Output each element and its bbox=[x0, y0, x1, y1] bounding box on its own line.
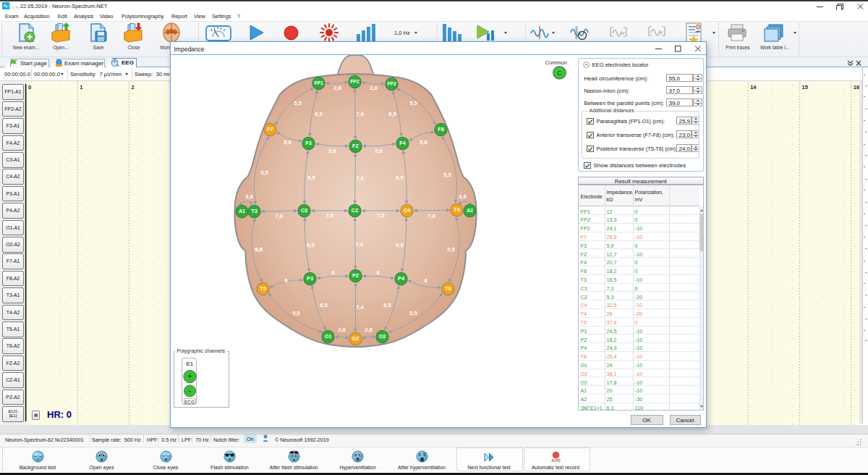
svg-text:T4: T4 bbox=[454, 206, 459, 213]
svg-text:5,8: 5,8 bbox=[284, 139, 291, 146]
svg-text:2: 2 bbox=[132, 84, 135, 91]
svg-text:T3: T3 bbox=[251, 208, 257, 214]
svg-text:F7: F7 bbox=[267, 126, 273, 133]
svg-text:5,8: 5,8 bbox=[420, 139, 427, 146]
svg-text:C4: C4 bbox=[403, 207, 409, 214]
svg-text:F8: F8 bbox=[438, 126, 443, 133]
svg-text:FZ: FZ bbox=[352, 143, 359, 149]
svg-text:7,8: 7,8 bbox=[275, 213, 282, 219]
svg-text:CZ: CZ bbox=[351, 207, 358, 214]
svg-text:O1: O1 bbox=[324, 333, 331, 340]
svg-text:6,5: 6,5 bbox=[383, 302, 391, 308]
svg-text:5,8: 5,8 bbox=[375, 148, 382, 154]
svg-text:6: 6 bbox=[284, 277, 287, 284]
svg-text:6,5: 6,5 bbox=[307, 242, 314, 248]
svg-text:15: 15 bbox=[802, 84, 808, 91]
svg-text:5,5: 5,5 bbox=[447, 246, 454, 253]
svg-text:2,8: 2,8 bbox=[333, 85, 341, 91]
svg-text:O2: O2 bbox=[378, 333, 386, 340]
svg-text:2,8: 2,8 bbox=[370, 85, 377, 91]
svg-text:3,9: 3,9 bbox=[245, 193, 252, 200]
svg-text:C3: C3 bbox=[300, 207, 307, 214]
svg-text:5,5: 5,5 bbox=[409, 310, 417, 316]
svg-text:5,5: 5,5 bbox=[443, 172, 451, 178]
svg-text:T6: T6 bbox=[445, 285, 451, 292]
svg-text:6,5: 6,5 bbox=[396, 175, 403, 181]
svg-text:7,4: 7,4 bbox=[356, 304, 364, 311]
svg-text:1: 1 bbox=[80, 84, 82, 91]
svg-text:7,4: 7,4 bbox=[355, 241, 363, 248]
svg-text:5,5: 5,5 bbox=[255, 246, 262, 253]
svg-text:7,8: 7,8 bbox=[326, 212, 333, 219]
svg-text:7,4: 7,4 bbox=[356, 175, 364, 182]
svg-text:2,8: 2,8 bbox=[338, 327, 345, 333]
svg-text:6,5: 6,5 bbox=[320, 302, 327, 308]
svg-text:7,8: 7,8 bbox=[427, 213, 435, 219]
svg-text:-: - bbox=[189, 387, 191, 395]
svg-text:2,8: 2,8 bbox=[365, 327, 372, 333]
svg-text:6,5: 6,5 bbox=[388, 111, 396, 117]
svg-text:5,8: 5,8 bbox=[328, 148, 336, 154]
svg-text:T5: T5 bbox=[260, 285, 265, 292]
svg-text:7,4: 7,4 bbox=[356, 111, 364, 117]
svg-text:F4: F4 bbox=[399, 140, 405, 146]
svg-text:6: 6 bbox=[424, 277, 427, 284]
svg-text:14: 14 bbox=[750, 84, 757, 91]
svg-text:FP1: FP1 bbox=[314, 80, 323, 85]
svg-text:PZ: PZ bbox=[352, 272, 359, 279]
svg-text:3,9: 3,9 bbox=[459, 193, 466, 200]
svg-text:OZ: OZ bbox=[352, 335, 359, 342]
svg-text:A2: A2 bbox=[466, 207, 472, 214]
svg-text:P3: P3 bbox=[307, 275, 313, 282]
svg-text:FPZ: FPZ bbox=[350, 79, 359, 84]
svg-text:0: 0 bbox=[28, 84, 31, 91]
svg-text:F3: F3 bbox=[305, 140, 311, 146]
svg-text:7,8: 7,8 bbox=[377, 212, 384, 219]
svg-text:6,5: 6,5 bbox=[307, 175, 315, 181]
svg-text:5,5: 5,5 bbox=[292, 310, 299, 316]
svg-text:FP2: FP2 bbox=[387, 81, 396, 86]
svg-text:P4: P4 bbox=[398, 275, 404, 282]
svg-text:6,5: 6,5 bbox=[315, 111, 322, 117]
svg-text:5,5: 5,5 bbox=[409, 100, 417, 106]
svg-text:5,5: 5,5 bbox=[260, 169, 268, 176]
svg-text:16: 16 bbox=[854, 84, 859, 91]
svg-text:C: C bbox=[557, 70, 562, 77]
svg-text:6,5: 6,5 bbox=[396, 242, 403, 248]
svg-text:6: 6 bbox=[331, 269, 334, 276]
svg-text:A1: A1 bbox=[238, 208, 244, 214]
svg-text:+: + bbox=[188, 373, 192, 380]
svg-text:5,5: 5,5 bbox=[294, 100, 301, 106]
svg-text:6: 6 bbox=[376, 269, 379, 276]
